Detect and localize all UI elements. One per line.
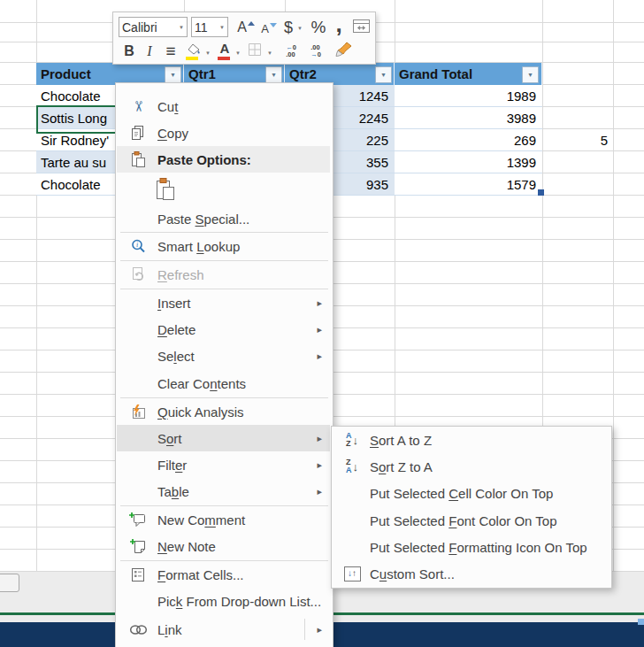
comma-style-button[interactable]: , <box>331 12 347 35</box>
font-name-combo[interactable]: Calibri ▼ <box>119 17 188 37</box>
link-chain-icon <box>125 624 151 635</box>
menu-item-delete[interactable]: Delete ▸ <box>117 316 330 343</box>
caret-down-icon <box>270 23 277 27</box>
filter-button-grand-total[interactable]: ▼ <box>522 66 539 83</box>
increase-font-button[interactable]: A <box>235 18 257 37</box>
fill-color-bar <box>186 57 198 60</box>
cell-grand-total[interactable]: 269 <box>395 129 542 151</box>
flyout-arrow-icon: ▸ <box>317 350 322 362</box>
new-comment-icon <box>125 512 151 528</box>
italic-icon: I <box>147 43 151 59</box>
taskbar-tray-notch <box>638 619 644 625</box>
format-painter-button[interactable] <box>333 41 356 60</box>
menu-item-filter[interactable]: Filter ▸ <box>117 451 330 478</box>
font-color-button[interactable]: A <box>216 40 234 61</box>
menu-item-label: Table <box>157 484 189 499</box>
menu-item-quick-analysis[interactable]: Quick Analysis <box>117 398 330 425</box>
menu-item-insert[interactable]: Insert ▸ <box>117 289 330 316</box>
flyout-arrow-icon: ▸ <box>317 324 322 335</box>
cell-grand-total[interactable]: 1989 <box>395 85 542 107</box>
filter-button-qtr1[interactable]: ▼ <box>265 66 282 83</box>
font-color-bar <box>218 57 230 60</box>
menu-item-label: Sort <box>157 431 182 446</box>
accounting-format-button[interactable]: $ <box>281 17 295 38</box>
submenu-item-sort-z-to-a[interactable]: ZA ↓ Sort Z to A <box>333 453 609 480</box>
font-color-dropdown[interactable]: ▼ <box>234 48 242 58</box>
submenu-item-sort-a-to-z[interactable]: AZ ↓ Sort A to Z <box>333 427 609 453</box>
menu-item-new-comment[interactable]: New Comment <box>117 506 330 533</box>
sort-az-icon: AZ ↓ <box>339 432 365 448</box>
font-size-combo[interactable]: 11 ▼ <box>191 17 228 37</box>
submenu-item-label: Put Selected Formatting Icon On Top <box>370 540 587 555</box>
cell-outside-value[interactable]: 5 <box>542 129 613 151</box>
font-color-letter: A <box>220 41 230 56</box>
header-label: Qtr2 <box>289 66 317 81</box>
bold-icon: B <box>124 43 134 59</box>
submenu-item-label: Custom Sort... <box>370 566 455 582</box>
bold-button[interactable]: B <box>120 42 138 60</box>
sort-submenu: AZ ↓ Sort A to Z ZA ↓ Sort Z to A Put Se… <box>331 426 612 589</box>
menu-item-format-cells[interactable]: Format Cells... <box>117 561 330 588</box>
header-label: Qtr1 <box>188 66 216 81</box>
menu-item-label: Quick Analysis <box>157 404 244 420</box>
caret-up-icon <box>248 21 255 26</box>
fill-color-dropdown[interactable]: ▼ <box>203 48 212 58</box>
submenu-item-label: Sort A to Z <box>370 433 432 448</box>
filter-button-product[interactable]: ▼ <box>165 66 181 83</box>
menu-item-clear-contents[interactable]: Clear Contents <box>117 370 330 397</box>
menu-item-smart-lookup[interactable]: i Smart Lookup <box>117 233 330 259</box>
menu-item-label: Cut <box>157 99 178 114</box>
sheet-tab-stub[interactable] <box>0 574 19 592</box>
menu-item-cut[interactable]: ✂ Cut <box>117 93 330 119</box>
header-label: Product <box>41 66 91 81</box>
menu-item-link[interactable]: Link ▸ <box>117 615 330 643</box>
copy-icon <box>125 125 151 141</box>
accounting-format-dropdown[interactable]: ▼ <box>295 23 304 34</box>
paste-option-button[interactable] <box>150 177 180 202</box>
table-resize-handle[interactable] <box>538 189 544 196</box>
borders-dropdown[interactable]: ▼ <box>265 48 274 58</box>
chevron-down-icon: ▼ <box>205 50 211 56</box>
submenu-item-font-color-on-top[interactable]: Put Selected Font Color On Top <box>333 507 609 534</box>
menu-item-label: Refresh <box>157 267 204 282</box>
cell-grand-total[interactable]: 3989 <box>395 107 542 129</box>
cell-grand-total[interactable]: 1579 <box>395 173 542 196</box>
chevron-down-icon: ▼ <box>267 50 272 56</box>
align-center-button[interactable]: ≡ <box>161 42 180 60</box>
percent-style-button[interactable]: % <box>308 17 329 38</box>
menu-item-label: Format Cells... <box>157 567 244 582</box>
chevron-down-icon: ▼ <box>297 26 303 31</box>
menu-item-table[interactable]: Table ▸ <box>117 478 330 505</box>
sort-za-icon: ZA ↓ <box>339 458 365 474</box>
italic-button[interactable]: I <box>142 42 157 60</box>
chevron-down-icon: ▼ <box>216 25 225 30</box>
fill-color-button[interactable] <box>184 41 203 61</box>
decrease-decimal-button[interactable]: .00 →0 <box>304 42 327 59</box>
paste-clipboard-icon <box>125 150 151 168</box>
menu-item-select[interactable]: Select ▸ <box>117 343 330 369</box>
submenu-item-label: Put Selected Font Color On Top <box>370 513 557 528</box>
menu-item-pick-from-list[interactable]: Pick From Drop-down List... <box>117 588 330 615</box>
merge-table-icon <box>352 19 371 37</box>
menu-item-copy[interactable]: Copy <box>117 119 330 146</box>
menu-item-new-note[interactable]: New Note <box>117 533 330 559</box>
decrease-font-button[interactable]: A <box>258 19 280 37</box>
flyout-arrow-icon: ▸ <box>317 624 322 635</box>
submenu-item-custom-sort[interactable]: ↓↑ Custom Sort... <box>333 560 609 587</box>
menu-item-refresh: Refresh <box>117 261 330 288</box>
filter-caret-icon: ▼ <box>380 72 387 78</box>
split-divider <box>304 619 305 640</box>
borders-button[interactable] <box>246 42 264 59</box>
increase-decimal-button[interactable]: ←0 .00 <box>280 42 303 59</box>
filter-button-qtr2[interactable]: ▼ <box>375 66 392 83</box>
submenu-item-formatting-icon-on-top[interactable]: Put Selected Formatting Icon On Top <box>333 534 609 560</box>
menu-item-label: Filter <box>157 458 187 473</box>
menu-item-sort[interactable]: Sort ▸ <box>117 425 330 451</box>
cell-grand-total[interactable]: 1399 <box>395 151 542 173</box>
submenu-item-cell-color-on-top[interactable]: Put Selected Cell Color On Top <box>333 480 609 507</box>
filter-caret-icon: ▼ <box>170 72 176 78</box>
menu-item-paste-special[interactable]: Paste Special... <box>117 206 330 232</box>
flyout-arrow-icon: ▸ <box>317 433 322 444</box>
scissors-icon: ✂ <box>130 93 147 119</box>
merge-center-button[interactable] <box>350 19 372 36</box>
